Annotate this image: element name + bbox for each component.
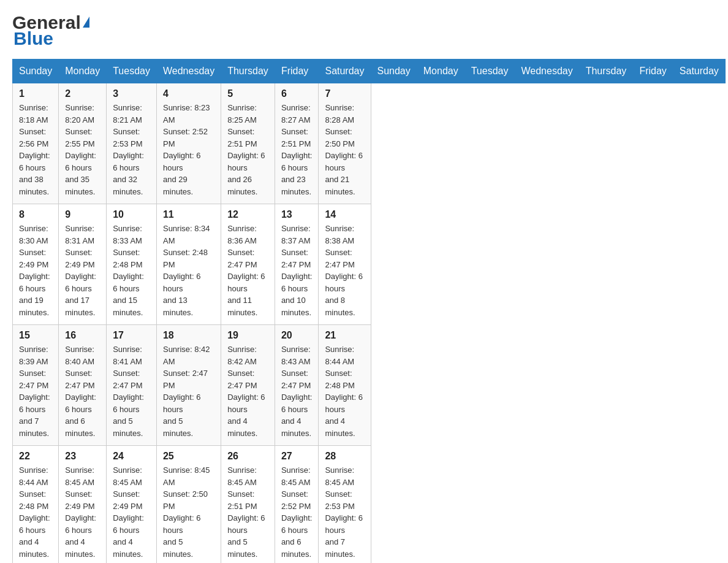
day-number: 23 [65, 451, 100, 462]
day-info: Sunrise: 8:28 AMSunset: 2:50 PMDaylight:… [325, 102, 364, 197]
day-info: Sunrise: 8:45 AMSunset: 2:51 PMDaylight:… [227, 464, 268, 560]
day-number: 21 [325, 330, 364, 341]
calendar-cell: 28 Sunrise: 8:45 AMSunset: 2:53 PMDaylig… [319, 446, 371, 564]
day-info: Sunrise: 8:45 AMSunset: 2:50 PMDaylight:… [163, 464, 214, 560]
day-info: Sunrise: 8:43 AMSunset: 2:47 PMDaylight:… [281, 343, 313, 439]
col-header-thursday: Thursday [579, 59, 633, 83]
calendar-cell: 16 Sunrise: 8:40 AMSunset: 2:47 PMDaylig… [59, 325, 107, 446]
day-info: Sunrise: 8:45 AMSunset: 2:52 PMDaylight:… [281, 464, 313, 560]
day-number: 12 [227, 209, 268, 220]
col-header-sunday: Sunday [371, 59, 417, 83]
calendar-cell: 2 Sunrise: 8:20 AMSunset: 2:55 PMDayligh… [59, 83, 107, 204]
day-number: 5 [227, 88, 268, 99]
day-number: 22 [19, 451, 52, 462]
header-sunday: Sunday [13, 59, 59, 83]
calendar-header-row: SundayMondayTuesdayWednesdayThursdayFrid… [13, 59, 726, 83]
col-header-friday: Friday [633, 59, 673, 83]
day-info: Sunrise: 8:18 AMSunset: 2:56 PMDaylight:… [19, 102, 52, 197]
day-number: 18 [163, 330, 214, 341]
day-number: 28 [325, 451, 364, 462]
day-number: 25 [163, 451, 214, 462]
day-info: Sunrise: 8:25 AMSunset: 2:51 PMDaylight:… [227, 102, 268, 197]
day-number: 24 [113, 451, 150, 462]
day-info: Sunrise: 8:42 AMSunset: 2:47 PMDaylight:… [163, 343, 214, 439]
calendar-week-2: 8 Sunrise: 8:30 AMSunset: 2:49 PMDayligh… [13, 204, 726, 325]
day-info: Sunrise: 8:23 AMSunset: 2:52 PMDaylight:… [163, 102, 214, 197]
calendar-cell: 4 Sunrise: 8:23 AMSunset: 2:52 PMDayligh… [156, 83, 221, 204]
logo-blue-text: Blue [13, 28, 53, 49]
calendar-cell: 12 Sunrise: 8:36 AMSunset: 2:47 PMDaylig… [221, 204, 275, 325]
day-number: 2 [65, 88, 100, 99]
calendar-cell: 20 Sunrise: 8:43 AMSunset: 2:47 PMDaylig… [275, 325, 319, 446]
day-number: 7 [325, 88, 364, 99]
day-number: 10 [113, 209, 150, 220]
day-number: 3 [113, 88, 150, 99]
day-number: 4 [163, 88, 214, 99]
day-number: 16 [65, 330, 100, 341]
day-info: Sunrise: 8:36 AMSunset: 2:47 PMDaylight:… [227, 223, 268, 318]
calendar-cell: 18 Sunrise: 8:42 AMSunset: 2:47 PMDaylig… [156, 325, 221, 446]
day-number: 9 [65, 209, 100, 220]
day-info: Sunrise: 8:30 AMSunset: 2:49 PMDaylight:… [19, 223, 52, 318]
day-info: Sunrise: 8:42 AMSunset: 2:47 PMDaylight:… [227, 343, 268, 439]
day-info: Sunrise: 8:21 AMSunset: 2:53 PMDaylight:… [113, 102, 150, 197]
calendar-week-1: 1 Sunrise: 8:18 AMSunset: 2:56 PMDayligh… [13, 83, 726, 204]
day-info: Sunrise: 8:45 AMSunset: 2:53 PMDaylight:… [325, 464, 364, 560]
day-info: Sunrise: 8:45 AMSunset: 2:49 PMDaylight:… [113, 464, 150, 560]
calendar-cell: 17 Sunrise: 8:41 AMSunset: 2:47 PMDaylig… [107, 325, 157, 446]
calendar-cell: 26 Sunrise: 8:45 AMSunset: 2:51 PMDaylig… [221, 446, 275, 564]
calendar-cell: 10 Sunrise: 8:33 AMSunset: 2:48 PMDaylig… [107, 204, 157, 325]
day-info: Sunrise: 8:31 AMSunset: 2:49 PMDaylight:… [65, 223, 100, 318]
logo: General Blue [12, 12, 89, 49]
calendar-cell: 15 Sunrise: 8:39 AMSunset: 2:47 PMDaylig… [13, 325, 59, 446]
calendar-cell: 5 Sunrise: 8:25 AMSunset: 2:51 PMDayligh… [221, 83, 275, 204]
day-info: Sunrise: 8:41 AMSunset: 2:47 PMDaylight:… [113, 343, 150, 439]
calendar-cell: 13 Sunrise: 8:37 AMSunset: 2:47 PMDaylig… [275, 204, 319, 325]
header-monday: Monday [59, 59, 107, 83]
day-info: Sunrise: 8:38 AMSunset: 2:47 PMDaylight:… [325, 223, 364, 318]
col-header-saturday: Saturday [673, 59, 725, 83]
day-info: Sunrise: 8:44 AMSunset: 2:48 PMDaylight:… [19, 464, 52, 560]
header-friday: Friday [275, 59, 319, 83]
day-info: Sunrise: 8:40 AMSunset: 2:47 PMDaylight:… [65, 343, 100, 439]
calendar-cell: 1 Sunrise: 8:18 AMSunset: 2:56 PMDayligh… [13, 83, 59, 204]
calendar-cell: 3 Sunrise: 8:21 AMSunset: 2:53 PMDayligh… [107, 83, 157, 204]
day-number: 8 [19, 209, 52, 220]
day-info: Sunrise: 8:39 AMSunset: 2:47 PMDaylight:… [19, 343, 52, 439]
logo-triangle-icon [83, 17, 89, 28]
day-info: Sunrise: 8:37 AMSunset: 2:47 PMDaylight:… [281, 223, 313, 318]
day-info: Sunrise: 8:34 AMSunset: 2:48 PMDaylight:… [163, 223, 214, 318]
col-header-tuesday: Tuesday [464, 59, 515, 83]
calendar-week-3: 15 Sunrise: 8:39 AMSunset: 2:47 PMDaylig… [13, 325, 726, 446]
col-header-monday: Monday [417, 59, 464, 83]
day-number: 14 [325, 209, 364, 220]
header-tuesday: Tuesday [107, 59, 157, 83]
day-number: 13 [281, 209, 313, 220]
calendar-cell: 22 Sunrise: 8:44 AMSunset: 2:48 PMDaylig… [13, 446, 59, 564]
day-number: 19 [227, 330, 268, 341]
day-number: 1 [19, 88, 52, 99]
calendar-cell: 25 Sunrise: 8:45 AMSunset: 2:50 PMDaylig… [156, 446, 221, 564]
header-wednesday: Wednesday [156, 59, 221, 83]
calendar-cell: 21 Sunrise: 8:44 AMSunset: 2:48 PMDaylig… [319, 325, 371, 446]
page-header: General Blue [12, 12, 716, 49]
calendar-cell: 14 Sunrise: 8:38 AMSunset: 2:47 PMDaylig… [319, 204, 371, 325]
day-number: 17 [113, 330, 150, 341]
col-header-wednesday: Wednesday [515, 59, 579, 83]
calendar-cell: 9 Sunrise: 8:31 AMSunset: 2:49 PMDayligh… [59, 204, 107, 325]
calendar-cell: 19 Sunrise: 8:42 AMSunset: 2:47 PMDaylig… [221, 325, 275, 446]
calendar-table: SundayMondayTuesdayWednesdayThursdayFrid… [12, 59, 726, 563]
calendar-week-4: 22 Sunrise: 8:44 AMSunset: 2:48 PMDaylig… [13, 446, 726, 564]
calendar-cell: 8 Sunrise: 8:30 AMSunset: 2:49 PMDayligh… [13, 204, 59, 325]
day-info: Sunrise: 8:45 AMSunset: 2:49 PMDaylight:… [65, 464, 100, 560]
calendar-cell: 6 Sunrise: 8:27 AMSunset: 2:51 PMDayligh… [275, 83, 319, 204]
calendar-cell: 7 Sunrise: 8:28 AMSunset: 2:50 PMDayligh… [319, 83, 371, 204]
calendar-cell: 24 Sunrise: 8:45 AMSunset: 2:49 PMDaylig… [107, 446, 157, 564]
header-thursday: Thursday [221, 59, 275, 83]
calendar-cell: 23 Sunrise: 8:45 AMSunset: 2:49 PMDaylig… [59, 446, 107, 564]
day-info: Sunrise: 8:33 AMSunset: 2:48 PMDaylight:… [113, 223, 150, 318]
calendar-cell: 27 Sunrise: 8:45 AMSunset: 2:52 PMDaylig… [275, 446, 319, 564]
day-info: Sunrise: 8:20 AMSunset: 2:55 PMDaylight:… [65, 102, 100, 197]
day-number: 20 [281, 330, 313, 341]
header-saturday: Saturday [319, 59, 371, 83]
